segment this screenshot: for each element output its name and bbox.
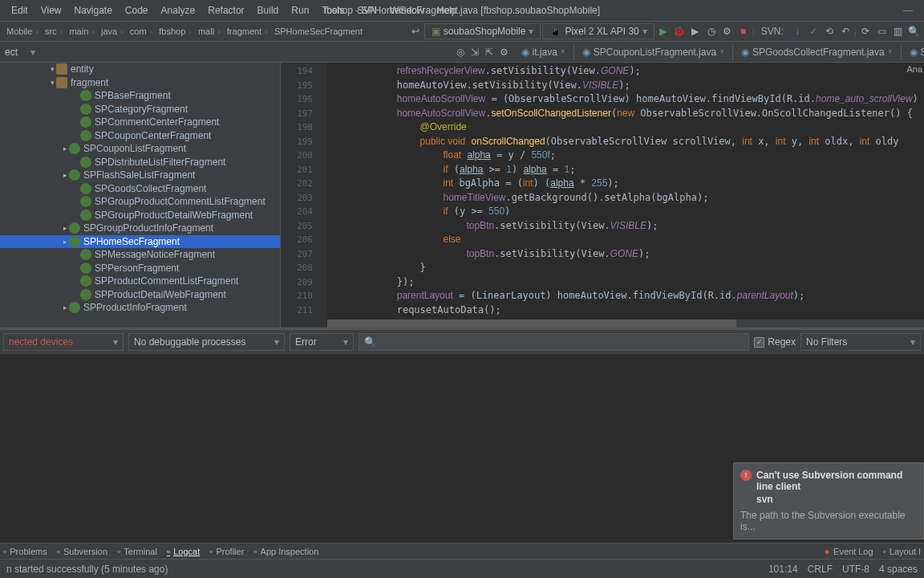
line-gutter: 194 195 196 197 198 199 200 201 202 203 …: [281, 63, 327, 328]
filter-dropdown[interactable]: No Filters▾: [800, 333, 921, 351]
menu-navigate[interactable]: Navigate: [67, 5, 118, 16]
status-item[interactable]: 4 spaces: [879, 564, 918, 575]
tree-item[interactable]: SPProductDetailWebFragment: [0, 288, 280, 302]
breadcrumb[interactable]: fbshop: [156, 26, 195, 36]
breadcrumb[interactable]: mall: [195, 26, 224, 36]
tool-window-bar: ▫Problems▫Subversion▫Terminal▫Logcat▫Pro…: [0, 543, 924, 559]
error-icon: !: [740, 470, 752, 481]
menu-edit[interactable]: Edit: [5, 5, 34, 16]
tree-item[interactable]: ▸SPHomeSecFragment: [0, 235, 280, 249]
collapse-icon[interactable]: ⇱: [485, 47, 493, 58]
navigation-toolbar: MobilesrcmainjavacomfbshopmallfragmentSP…: [0, 22, 924, 42]
log-search-input[interactable]: 🔍: [359, 333, 749, 351]
breadcrumb[interactable]: fragment: [224, 26, 271, 36]
tab-bar: ect▾ ◎ ⇲ ⇱ ⚙ ◉it.java×◉SPCouponListFragm…: [0, 42, 924, 63]
process-dropdown[interactable]: No debuggable processes▾: [128, 333, 285, 351]
tree-item[interactable]: SPDistributeListFilterFragment: [0, 156, 280, 169]
device-dropdown[interactable]: nected devices▾: [3, 333, 124, 351]
vcs-history-icon[interactable]: ⟲: [822, 24, 837, 39]
vcs-commit-icon[interactable]: ✓: [806, 24, 821, 39]
menu-build[interactable]: Build: [251, 5, 286, 16]
menu-analyze[interactable]: Analyze: [155, 5, 202, 16]
tree-item[interactable]: ▾entity: [0, 63, 280, 76]
tree-item[interactable]: SPGroupProductDetailWebFragment: [0, 209, 280, 222]
profile-icon[interactable]: ◷: [704, 24, 719, 39]
search-icon: 🔍: [364, 336, 376, 348]
attach-icon[interactable]: ⚙: [720, 24, 735, 39]
run-config-device[interactable]: 📱Pixel 2 XL API 30▾: [542, 23, 654, 39]
tool-tab-profiler[interactable]: ▫Profiler: [209, 546, 244, 557]
menu-refactor[interactable]: Refactor: [201, 5, 250, 16]
menu-code[interactable]: Code: [119, 5, 155, 16]
tree-item[interactable]: SPCommentCenterFragment: [0, 116, 280, 129]
tool-tab-right[interactable]: ●Event Log: [825, 546, 873, 557]
tool-tab-logcat[interactable]: ▫Logcat: [167, 546, 200, 557]
editor-tab[interactable]: ◉SPGoodsCollectFragment.java×: [733, 43, 902, 61]
breadcrumb[interactable]: com: [127, 26, 156, 36]
tree-item[interactable]: SPPersonFragment: [0, 262, 280, 275]
notification-popup[interactable]: !Can't use Subversion command line clien…: [733, 462, 924, 539]
status-bar: n started successfully (5 minutes ago) 1…: [0, 559, 924, 578]
tree-item[interactable]: SPBaseFragment: [0, 89, 280, 103]
tree-item[interactable]: ▸SPGroupProductInfoFragment: [0, 222, 280, 235]
tree-item[interactable]: SPGoodsCollectFragment: [0, 182, 280, 196]
breadcrumb[interactable]: Mobile: [3, 26, 42, 36]
breadcrumb[interactable]: SPHomeSecFragment: [271, 26, 366, 36]
tool-tab-problems[interactable]: ▫Problems: [3, 546, 47, 557]
status-item[interactable]: CRLF: [808, 564, 833, 575]
tree-item[interactable]: SPProductCommentListFragment: [0, 275, 280, 288]
sync-icon[interactable]: ⟳: [858, 24, 873, 39]
editor-tab[interactable]: ◉SPCouponListFragment.java×: [574, 43, 733, 61]
tree-item[interactable]: ▸SPCouponListFragment: [0, 142, 280, 156]
project-tree[interactable]: ▾entity▾fragmentSPBaseFragmentSPCategory…: [0, 63, 281, 328]
run-config-module[interactable]: ▣soubaoShopMobile▾: [424, 23, 541, 39]
tool-tab-right[interactable]: ▫Layout I: [883, 546, 921, 557]
inspection-widget[interactable]: Ana: [906, 64, 922, 74]
coverage-icon[interactable]: ▶: [688, 24, 703, 39]
tree-item[interactable]: ▸SPProductInfoFragment: [0, 301, 280, 315]
minimize-icon[interactable]: —: [897, 5, 919, 16]
scope-dropdown[interactable]: ect▾: [0, 44, 40, 60]
run-icon[interactable]: ▶: [656, 24, 671, 39]
vcs-revert-icon[interactable]: ↶: [838, 24, 853, 39]
editor-tab[interactable]: ◉it.java×: [513, 43, 574, 61]
expand-icon[interactable]: ⇲: [471, 47, 479, 58]
tree-item[interactable]: ▾fragment: [0, 76, 280, 90]
search-icon[interactable]: 🔍: [906, 24, 921, 39]
gear-icon[interactable]: ⚙: [500, 47, 509, 58]
status-item[interactable]: UTF-8: [842, 564, 869, 575]
tool-tab-terminal[interactable]: ▫Terminal: [117, 546, 157, 557]
menu-view[interactable]: View: [34, 5, 68, 16]
locate-icon[interactable]: ◎: [456, 47, 464, 58]
status-message: n started successfully (5 minutes ago): [6, 564, 168, 575]
sdk-icon[interactable]: ▥: [890, 24, 905, 39]
back-icon[interactable]: ↩: [408, 24, 423, 39]
horizontal-scrollbar[interactable]: [327, 320, 924, 328]
tree-item[interactable]: SPCouponCenterFragment: [0, 129, 280, 143]
status-item[interactable]: 101:14: [768, 564, 798, 575]
code-editor[interactable]: 194 195 196 197 198 199 200 201 202 203 …: [281, 63, 924, 328]
breadcrumb[interactable]: main: [66, 26, 98, 36]
avd-icon[interactable]: ▭: [874, 24, 889, 39]
tree-item[interactable]: SPMessageNoticeFragment: [0, 248, 280, 262]
tool-tab-app inspection[interactable]: ▫App Inspection: [253, 546, 318, 557]
tool-tab-subversion[interactable]: ▫Subversion: [57, 546, 107, 557]
breadcrumb[interactable]: java: [98, 26, 127, 36]
tree-item[interactable]: SPGroupProductCommentListFragment: [0, 195, 280, 209]
code-area[interactable]: refreshRecyclerView.setVisibility(View.G…: [327, 63, 924, 328]
menu-bar: EditViewNavigateCodeAnalyzeRefactorBuild…: [0, 0, 924, 22]
tree-item[interactable]: ▸SPFlashSaleListFragment: [0, 169, 280, 182]
svn-label: SVN:: [756, 26, 788, 37]
editor-tab[interactable]: ◉SPGroupProductDetailWebFragment.java×: [902, 43, 924, 61]
vcs-update-icon[interactable]: ↓: [790, 24, 804, 39]
window-title: fbshop - SPHomeSecFragment.java [fbshop.…: [318, 5, 606, 16]
log-level-dropdown[interactable]: Error▾: [290, 333, 354, 351]
breadcrumb[interactable]: src: [42, 26, 66, 36]
stop-icon[interactable]: ■: [736, 24, 751, 39]
regex-checkbox[interactable]: ✓Regex: [754, 336, 796, 348]
tree-item[interactable]: SPCategoryFragment: [0, 103, 280, 116]
debug-icon[interactable]: 🐞: [672, 24, 687, 39]
menu-run[interactable]: Run: [285, 5, 315, 16]
